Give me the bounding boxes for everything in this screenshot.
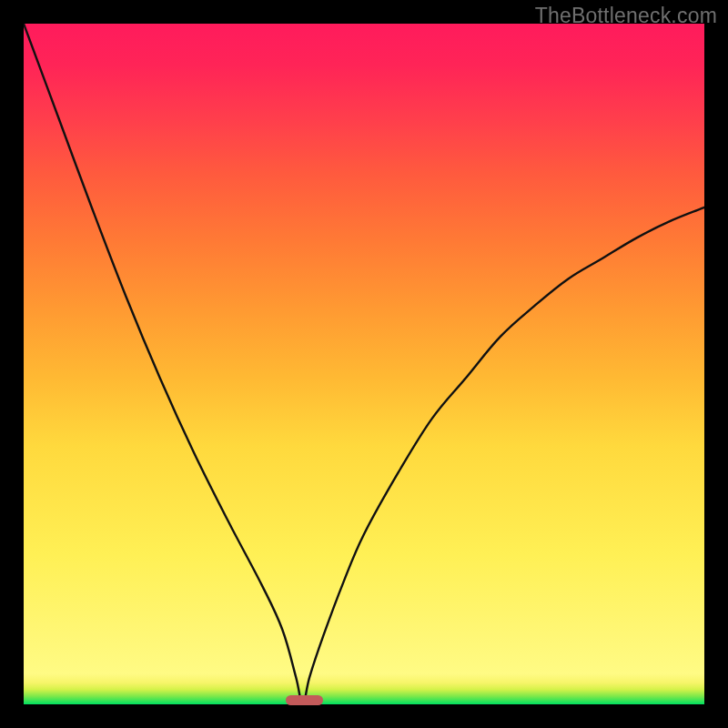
optimum-marker — [286, 695, 323, 705]
plot-area — [24, 24, 704, 704]
watermark-text: TheBottleneck.com — [535, 4, 717, 28]
chart-container: TheBottleneck.com — [0, 0, 728, 728]
bottleneck-curve — [24, 24, 704, 704]
bottleneck-curve-path — [24, 24, 704, 704]
